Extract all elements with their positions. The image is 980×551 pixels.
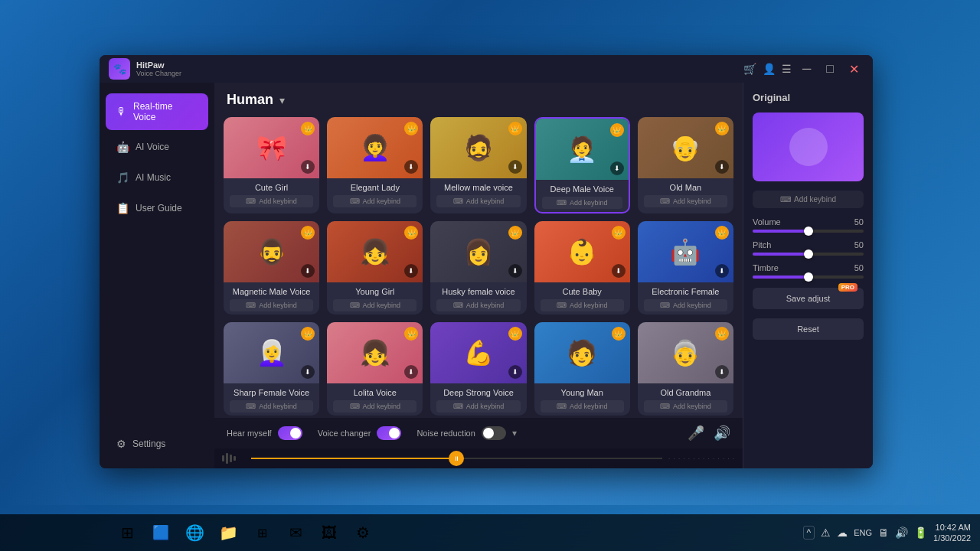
cart-icon[interactable]: 🛒 [743, 63, 756, 75]
pitch-value: 50 [854, 240, 864, 249]
waveform-track[interactable]: ⏸ [251, 458, 662, 459]
young-man-keybind[interactable]: ⌨Add keybind [541, 400, 624, 412]
panel-keybind[interactable]: ⌨ Add keybind [753, 191, 864, 208]
taskbar-edge-icon[interactable]: 🌐 [179, 517, 210, 548]
voice-card-old-man[interactable]: 👴 👑 ⬇ Old Man ⌨Add keybind [638, 117, 733, 214]
volume-slider[interactable] [753, 230, 864, 233]
taskbar-store-icon[interactable]: 🟦 [145, 517, 176, 548]
taskbar-windows-icon[interactable]: ⊞ [112, 517, 142, 548]
sidebar-settings[interactable]: ⚙ Settings [106, 430, 208, 458]
sidebar: 🎙 Real-time Voice 🤖 AI Voice 🎵 AI Music … [100, 83, 214, 468]
save-adjust-button[interactable]: PRO Save adjust [753, 288, 864, 309]
taskbar-clock[interactable]: 10:42 AM 1/30/2022 [933, 522, 971, 544]
title-bar: 🐾 HitPaw Voice Changer 🛒 👤 ☰ ─ □ ✕ [100, 55, 873, 83]
voice-card-electronic-female[interactable]: 🤖 👑 ⬇ Electronic Female ⌨Add keybind [638, 221, 733, 315]
category-dropdown[interactable]: ▾ [279, 94, 285, 106]
avatar-circle [789, 128, 828, 166]
taskbar-display-icon[interactable]: 🖥 [878, 527, 889, 539]
reset-button[interactable]: Reset [753, 318, 864, 340]
cute-baby-name: Cute Baby [541, 287, 624, 296]
noise-reduction-label: Noise reduction [416, 429, 475, 438]
taskbar-settings-icon[interactable]: ⚙ [348, 517, 378, 548]
voice-changer-toggle[interactable] [377, 426, 401, 440]
lolita-keybind[interactable]: ⌨Add keybind [333, 400, 416, 412]
voice-card-young-girl[interactable]: 👧 👑 ⬇ Young Girl ⌨Add keybind [327, 221, 423, 315]
voice-card-cute-girl[interactable]: 🎀 👑 ⬇ Cute Girl ⌨Add keybind [224, 117, 319, 214]
voice-card-old-grandma[interactable]: 👵 👑 ⬇ Old Grandma ⌨Add keybind [638, 322, 733, 416]
volume-fill [753, 230, 808, 233]
husky-female-image: 👩 👑 ⬇ [430, 221, 526, 282]
volume-label: Volume [753, 217, 781, 227]
deep-male-keybind[interactable]: ⌨Add keybind [542, 197, 622, 209]
cute-girl-keybind[interactable]: ⌨Add keybind [230, 195, 313, 207]
voice-card-deep-strong[interactable]: 💪 👑 ⬇ Deep Strong Voice ⌨Add keybind [430, 322, 526, 416]
ai-music-icon: 🎵 [116, 171, 129, 184]
right-panel: Original ⌨ Add keybind Volume 50 [743, 83, 873, 468]
taskbar-folder-icon[interactable]: 📁 [213, 517, 243, 548]
voice-card-magnetic-male[interactable]: 🧔‍♂️ 👑 ⬇ Magnetic Male Voice ⌨Add keybin… [224, 221, 319, 315]
voice-card-cute-baby[interactable]: 👶 👑 ⬇ Cute Baby ⌨Add keybind [534, 221, 630, 315]
taskbar-cloud-icon: ☁ [837, 527, 848, 539]
sharp-female-keybind[interactable]: ⌨Add keybind [230, 400, 313, 412]
electronic-female-name: Electronic Female [644, 287, 727, 296]
menu-icon[interactable]: ☰ [782, 63, 792, 75]
voice-card-husky-female[interactable]: 👩 👑 ⬇ Husky female voice ⌨Add keybind [430, 221, 526, 315]
sidebar-item-realtime-label: Real-time Voice [133, 101, 198, 122]
young-girl-name: Young Girl [333, 287, 416, 296]
taskbar-mail-icon[interactable]: ✉ [280, 517, 311, 548]
electronic-female-keybind[interactable]: ⌨Add keybind [644, 299, 727, 311]
keybind-icon: ⌨ [780, 195, 791, 204]
pitch-slider[interactable] [753, 253, 864, 256]
volume-thumb [804, 227, 813, 236]
sidebar-item-user-guide[interactable]: 📋 User Guide [106, 194, 208, 222]
taskbar-show-hidden[interactable]: ^ [803, 526, 815, 540]
old-grandma-keybind[interactable]: ⌨Add keybind [644, 400, 727, 412]
microphone-icon[interactable]: 🎤 [688, 425, 704, 442]
mellow-male-keybind[interactable]: ⌨Add keybind [436, 195, 520, 207]
minimize-button[interactable]: ─ [798, 62, 815, 76]
hear-myself-label: Hear myself [227, 429, 272, 438]
taskbar-apps-icon[interactable]: ⊞ [247, 517, 277, 548]
young-girl-keybind[interactable]: ⌨Add keybind [333, 299, 416, 311]
cute-baby-info: Cute Baby ⌨Add keybind [534, 282, 630, 315]
old-man-keybind[interactable]: ⌨Add keybind [644, 195, 727, 207]
user-icon[interactable]: 👤 [763, 63, 776, 75]
husky-female-keybind[interactable]: ⌨Add keybind [436, 299, 520, 311]
cute-baby-keybind[interactable]: ⌨Add keybind [541, 299, 624, 311]
sidebar-item-realtime-voice[interactable]: 🎙 Real-time Voice [106, 93, 208, 130]
deep-male-crown: 👑 [610, 123, 624, 137]
sidebar-item-ai-voice[interactable]: 🤖 AI Voice [106, 133, 208, 161]
husky-female-crown: 👑 [508, 226, 522, 240]
maximize-button[interactable]: □ [822, 62, 838, 76]
voice-card-lolita[interactable]: 👧 👑 ⬇ Lolita Voice ⌨Add keybind [327, 322, 423, 416]
close-button[interactable]: ✕ [844, 62, 864, 77]
voice-grid-container[interactable]: 🎀 👑 ⬇ Cute Girl ⌨Add keybind 👩‍🦱 👑 [214, 114, 743, 418]
voice-card-deep-male[interactable]: 🧑‍💼 👑 ⬇ Deep Male Voice ⌨Add keybind [534, 117, 630, 214]
voice-card-young-man[interactable]: 🧑 👑 Young Man ⌨Add keybind [534, 322, 630, 416]
voice-changer-group: Voice changer [318, 426, 402, 440]
mellow-male-info: Mellow male voice ⌨Add keybind [430, 178, 526, 210]
voice-card-mellow-male[interactable]: 🧔 👑 ⬇ Mellow male voice ⌨Add keybind [430, 117, 526, 214]
app-title: HitPaw Voice Changer [136, 60, 181, 77]
magnetic-male-image: 🧔‍♂️ 👑 ⬇ [224, 221, 319, 282]
magnetic-male-keybind[interactable]: ⌨Add keybind [230, 299, 313, 311]
hear-myself-toggle[interactable] [278, 426, 302, 440]
noise-reduction-toggle[interactable] [482, 426, 506, 440]
taskbar-date: 1/30/2022 [933, 533, 971, 543]
magnetic-male-name: Magnetic Male Voice [230, 287, 313, 296]
noise-reduction-dropdown[interactable]: ▾ [512, 428, 517, 439]
user-guide-icon: 📋 [116, 202, 129, 214]
old-grandma-download: ⬇ [715, 365, 729, 379]
taskbar-media-icon[interactable]: 🖼 [314, 517, 345, 548]
deep-male-info: Deep Male Voice ⌨Add keybind [536, 180, 629, 212]
timbre-slider[interactable] [753, 276, 864, 279]
taskbar-volume-icon[interactable]: 🔊 [895, 527, 908, 539]
voice-card-elegant-lady[interactable]: 👩‍🦱 👑 ⬇ Elegant Lady ⌨Add keybind [327, 117, 423, 214]
sidebar-item-ai-music[interactable]: 🎵 AI Music [106, 164, 208, 191]
deep-strong-keybind[interactable]: ⌨Add keybind [436, 400, 520, 412]
cute-girl-image: 🎀 👑 ⬇ [224, 117, 319, 178]
voice-card-sharp-female[interactable]: 👩‍🦳 👑 ⬇ Sharp Female Voice ⌨Add keybind [224, 322, 319, 416]
deep-male-image: 🧑‍💼 👑 ⬇ [536, 119, 629, 180]
volume-icon[interactable]: 🔊 [714, 425, 730, 442]
elegant-lady-keybind[interactable]: ⌨Add keybind [333, 195, 416, 207]
